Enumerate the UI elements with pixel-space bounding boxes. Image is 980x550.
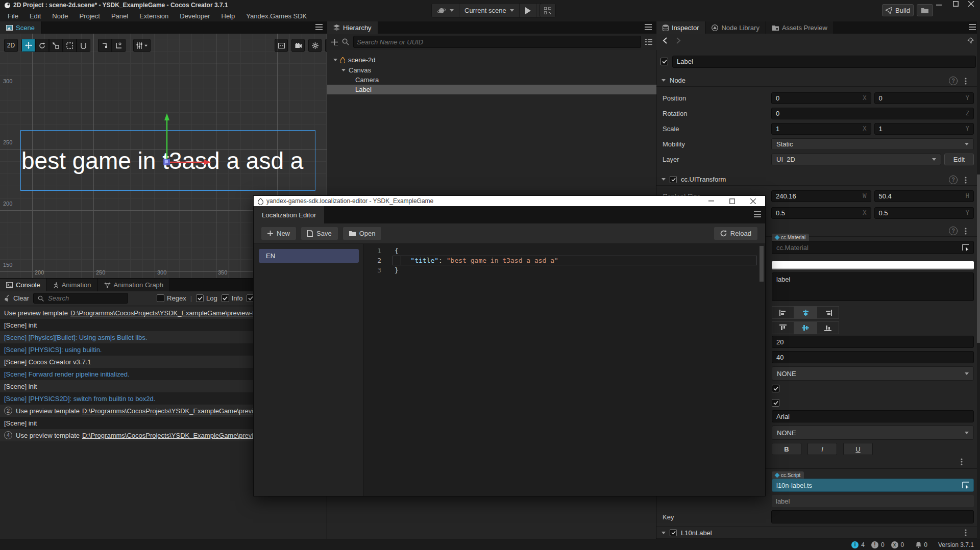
add-node-icon[interactable] [331,39,338,45]
inspector-scrollbar[interactable] [977,174,980,343]
info-checkbox[interactable] [222,294,229,302]
asset-picker-icon[interactable] [962,482,969,489]
custom-material-field[interactable]: cc.Material [772,241,974,254]
hierarchy-search-input[interactable] [353,36,641,48]
play-button[interactable] [520,4,536,17]
close-icon[interactable] [750,198,756,204]
tree-node-canvas[interactable]: Canvas [327,65,656,75]
l10nlabel-section-header[interactable]: L10nLabel [656,527,980,539]
scene-settings-button[interactable] [308,39,322,52]
maximize-icon[interactable] [729,198,735,204]
tab-scene[interactable]: Scene [0,21,41,34]
save-button[interactable]: Save [301,227,338,240]
regex-checkbox[interactable] [157,294,164,302]
help-icon[interactable]: ? [949,77,958,85]
expand-arrow-icon[interactable] [341,69,346,71]
console-search-input[interactable] [47,294,115,303]
rect-tool-button[interactable] [63,39,77,52]
menu-yandex-games-sdk[interactable]: Yandex.Games SDK [240,12,312,20]
align-bottom-button[interactable] [817,321,839,334]
aspect-ratio-button[interactable] [275,39,288,52]
tab-animation-graph[interactable]: Animation Graph [98,279,170,291]
align-middle-button[interactable] [794,321,817,334]
notification-count[interactable]: 0 [916,541,927,548]
layer-edit-button[interactable]: Edit [944,154,974,165]
asset-picker-icon[interactable] [962,244,969,251]
tab-hierarchy[interactable]: Hierarchy [327,21,378,34]
node-enabled-checkbox[interactable] [660,58,668,65]
content-size-h-field[interactable]: 50.4H [874,190,974,202]
scale-x-field[interactable]: 1X [771,123,871,135]
new-button[interactable]: New [261,227,297,240]
menu-extension[interactable]: Extension [134,12,174,20]
uitransform-section-header[interactable]: cc.UITransform ? [656,173,980,186]
maximize-button[interactable] [953,1,959,7]
back-arrow-icon[interactable] [663,37,667,44]
error-count[interactable]: x 0 [891,541,904,548]
anchor-x-field[interactable]: 0.5X [771,207,871,219]
rotation-z-field[interactable]: 0Z [771,108,974,119]
layer-dropdown[interactable]: UI_2D [771,154,941,165]
rotate-tool-button[interactable] [35,39,49,52]
minimize-icon[interactable] [708,201,714,202]
log-filter[interactable]: Log [196,294,217,302]
tree-node-scene[interactable]: scene-2d [327,55,656,65]
warning-count[interactable]: ! 0 [871,541,885,548]
menu-help[interactable]: Help [216,12,241,20]
pin-icon[interactable] [967,37,974,44]
reload-button[interactable]: Reload [714,227,758,240]
help-icon[interactable]: ? [949,176,958,184]
kebab-menu-icon[interactable] [961,458,963,465]
help-icon[interactable]: ? [949,227,958,235]
kebab-menu-icon[interactable] [965,529,967,536]
snap-settings-dropdown[interactable] [133,39,151,52]
key-input[interactable] [771,510,974,523]
scale-y-field[interactable]: 1Y [874,123,974,135]
uitransform-enabled-checkbox[interactable] [670,176,677,183]
camera-preview-button[interactable] [291,39,305,52]
script-asset-field[interactable]: l10n-label.ts [772,479,974,492]
popup-panel-menu-icon[interactable] [754,211,761,217]
position-x-field[interactable]: 0X [771,92,871,104]
language-item-en[interactable]: EN [259,249,359,263]
tab-node-library[interactable]: Node Library [705,21,766,34]
tree-node-label[interactable]: Label [327,85,656,94]
mobility-dropdown[interactable]: Static [771,138,974,150]
label-option-checkbox[interactable] [772,385,779,392]
menu-project[interactable]: Project [74,12,105,20]
label-option-checkbox[interactable] [772,399,779,407]
menu-file[interactable]: File [2,12,24,20]
minimize-button[interactable] [936,2,943,8]
anchor-y-field[interactable]: 0.5Y [874,207,974,219]
label-color-swatch[interactable] [772,261,974,269]
log-link[interactable]: D:\Programms\CocosProjects\YSDK_ExampleG… [82,432,275,439]
console-search[interactable] [33,293,128,304]
scene-select-dropdown[interactable]: Current scene [459,4,519,17]
mode-2d-button[interactable]: 2D [4,39,18,52]
overflow-dropdown[interactable]: NONE [772,366,974,381]
expand-arrow-icon[interactable] [333,59,337,61]
open-button[interactable]: Open [342,227,382,240]
transform-gizmo[interactable] [128,110,219,171]
hierarchy-panel-menu-icon[interactable] [645,24,652,30]
align-left-button[interactable] [772,306,794,319]
log-link[interactable]: D:\Programms\CocosProjects\YSDK_ExampleG… [70,309,274,317]
kebab-menu-icon[interactable] [965,177,967,184]
position-y-field[interactable]: 0Y [874,92,974,104]
info-filter[interactable]: Info [222,294,243,302]
json-code-editor[interactable]: 1 { 2 "title": "best game in t3asd a asd… [364,244,765,496]
forward-arrow-icon[interactable] [676,37,681,44]
coordinate-button[interactable] [112,39,126,52]
tab-localization-editor[interactable]: Localization Editor [254,206,324,223]
menu-node[interactable]: Node [46,12,74,20]
kebab-menu-icon[interactable] [965,78,967,85]
editor-scrollbar[interactable] [760,246,764,282]
list-view-icon[interactable] [645,39,652,45]
node-section-header[interactable]: Node ? [656,74,980,87]
pivot-button[interactable] [98,39,112,52]
content-size-w-field[interactable]: 240.16W [771,190,871,202]
align-center-button[interactable] [794,306,817,319]
build-button[interactable]: Build [882,4,914,16]
italic-button[interactable]: I [807,443,837,455]
font-size-field[interactable]: 20 [772,336,974,348]
